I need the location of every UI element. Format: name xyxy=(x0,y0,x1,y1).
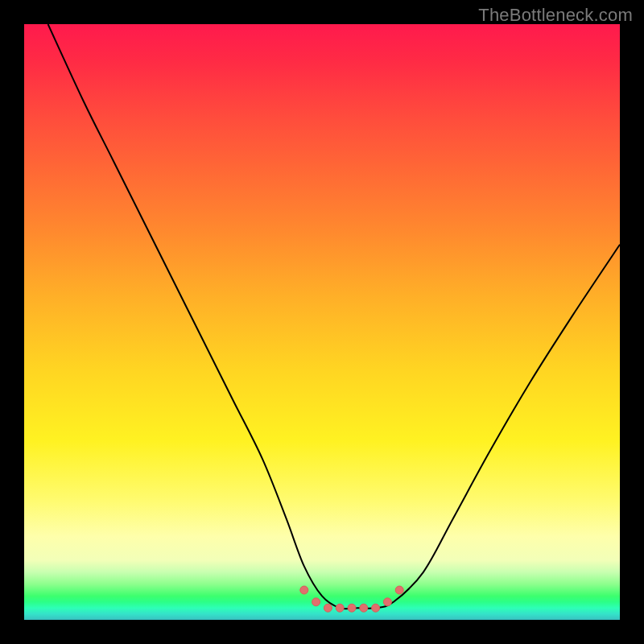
optimal-marker-group xyxy=(24,24,620,620)
optimal-marker xyxy=(312,598,320,606)
chart-frame: TheBottleneck.com xyxy=(0,0,644,644)
optimal-marker xyxy=(300,586,308,594)
optimal-marker xyxy=(324,604,332,612)
watermark-text: TheBottleneck.com xyxy=(478,5,633,26)
optimal-marker xyxy=(336,604,344,612)
optimal-marker xyxy=(383,598,391,606)
optimal-marker xyxy=(372,604,380,612)
optimal-marker xyxy=(395,586,403,594)
optimal-marker xyxy=(348,604,356,612)
plot-area xyxy=(24,24,620,620)
optimal-marker xyxy=(360,604,368,612)
